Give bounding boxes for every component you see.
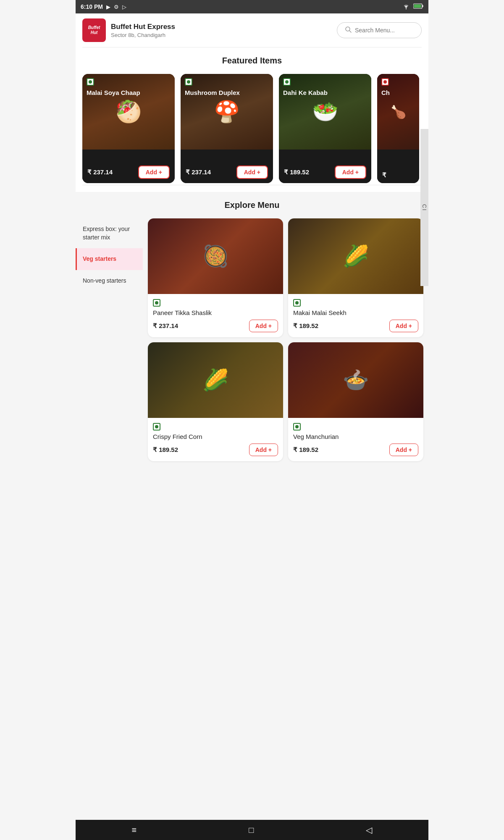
makai-malai-seekh-footer: ₹ 189.52 Add + — [293, 320, 418, 332]
back-nav-icon[interactable]: ◁ — [366, 825, 372, 835]
app-header: BuffetHut Buffet Hut Express Sector 8b, … — [76, 13, 428, 47]
battery-icon — [413, 3, 423, 10]
menu-card-paneer-tikka-shaslik: 🥘 Paneer Tikka Shaslik ₹ 237.14 Add + — [148, 218, 283, 337]
makai-malai-seekh-image: 🌽 — [288, 218, 423, 294]
bottom-divider — [82, 185, 422, 185]
mushroom-duplex-add-button[interactable]: Add + — [236, 165, 268, 179]
svg-rect-2 — [423, 5, 423, 7]
nonveg-badge-ch — [381, 78, 389, 86]
crispy-fried-corn-image: 🌽 — [148, 342, 283, 418]
makai-veg-row — [293, 299, 418, 307]
featured-section: Featured Items 🥙 Malai Soya Chaap ₹ 237.… — [76, 47, 428, 192]
makai-malai-seekh-body: Makai Malai Seekh ₹ 189.52 Add + — [288, 294, 423, 337]
mushroom-duplex-footer: ₹ 237.14 Add + — [181, 161, 273, 183]
sidebar-item-non-veg-starters[interactable]: Non-veg starters — [76, 270, 143, 292]
veg-manchurian-footer: ₹ 189.52 Add + — [293, 444, 418, 456]
featured-scroll: 🥙 Malai Soya Chaap ₹ 237.14 Add + 🍄 Mush… — [76, 71, 428, 185]
crispy-fried-corn-name: Crispy Fried Corn — [153, 433, 278, 440]
makai-malai-seekh-name: Makai Malai Seekh — [293, 309, 418, 316]
paneer-tikka-shaslik-image: 🥘 — [148, 218, 283, 294]
paneer-veg-row — [153, 299, 278, 307]
veg-manchurian-image: 🍲 — [288, 342, 423, 418]
settings-icon: ⚙ — [114, 4, 119, 10]
malai-soya-chaap-footer: ₹ 237.14 Add + — [82, 161, 175, 183]
ch-price: ₹ — [382, 171, 386, 179]
crispy-veg-row — [153, 423, 278, 430]
featured-card-ch: 🍗 Ch ₹ — [377, 74, 419, 183]
explore-layout: Express box: your starter mix Veg starte… — [76, 215, 428, 465]
play-icon: ▶ — [106, 4, 110, 10]
veg-manche-veg-row — [293, 423, 418, 430]
makai-malai-seekh-add-button[interactable]: Add + — [389, 320, 418, 332]
crispy-fried-corn-add-button[interactable]: Add + — [249, 444, 278, 456]
sidebar-item-veg-starters[interactable]: Veg starters — [76, 248, 143, 270]
crispy-fried-corn-footer: ₹ 189.52 Add + — [153, 444, 278, 456]
sidebar-item-express-box[interactable]: Express box: your starter mix — [76, 218, 143, 248]
restaurant-info: Buffet Hut Express Sector 8b, Chandigarh — [111, 23, 332, 38]
crispy-fried-corn-price: ₹ 189.52 — [153, 446, 178, 454]
paneer-tikka-shaslik-footer: ₹ 237.14 Add + — [153, 320, 278, 332]
mushroom-duplex-price: ₹ 237.14 — [186, 168, 211, 176]
dahi-ke-kabab-add-button[interactable]: Add + — [335, 165, 366, 179]
dahi-ke-kabab-title: Dahi Ke Kabab — [283, 89, 367, 96]
svg-line-5 — [349, 31, 351, 32]
menu-sidebar: Express box: your starter mix Veg starte… — [76, 215, 143, 465]
home-nav-icon[interactable]: □ — [249, 825, 254, 835]
restaurant-name: Buffet Hut Express — [111, 23, 332, 31]
status-time: 6:10 PM — [81, 3, 103, 10]
svg-point-0 — [406, 8, 407, 9]
paneer-tikka-shaslik-name: Paneer Tikka Shaslik — [153, 309, 278, 316]
featured-title: Featured Items — [76, 47, 428, 71]
wifi-icon — [402, 3, 410, 10]
malai-soya-chaap-title: Malai Soya Chaap — [87, 89, 171, 96]
search-bar[interactable] — [337, 22, 422, 38]
mushroom-duplex-title: Mushroom Duplex — [185, 89, 269, 96]
restaurant-location: Sector 8b, Chandigarh — [111, 32, 332, 38]
paneer-veg-badge — [153, 299, 160, 307]
crispy-veg-badge — [153, 423, 160, 430]
restaurant-logo: BuffetHut — [82, 18, 106, 42]
menu-card-veg-manchurian: 🍲 Veg Manchurian ₹ 189.52 Add + — [288, 342, 423, 461]
veg-badge-mushroom — [185, 78, 192, 86]
veg-badge-malai — [87, 78, 94, 86]
dahi-ke-kabab-price: ₹ 189.52 — [284, 168, 309, 176]
ch-footer: ₹ — [377, 167, 419, 183]
menu-card-makai-malai-seekh: 🌽 Makai Malai Seekh ₹ 189.52 Add + — [288, 218, 423, 337]
featured-card-malai-soya-chaap: 🥙 Malai Soya Chaap ₹ 237.14 Add + — [82, 74, 175, 183]
veg-manchurian-price: ₹ 189.52 — [293, 446, 318, 454]
malai-soya-chaap-add-button[interactable]: Add + — [138, 165, 170, 179]
menu-nav-icon[interactable]: ≡ — [132, 825, 137, 835]
veg-manchurian-add-button[interactable]: Add + — [389, 444, 418, 456]
search-icon — [345, 26, 352, 34]
svg-rect-3 — [414, 5, 421, 8]
crispy-fried-corn-body: Crispy Fried Corn ₹ 189.52 Add + — [148, 418, 283, 461]
makai-veg-badge — [293, 299, 301, 307]
paneer-tikka-shaslik-add-button[interactable]: Add + — [249, 320, 278, 332]
malai-soya-chaap-price: ₹ 237.14 — [87, 168, 113, 176]
featured-card-dahi-ke-kabab: 🥗 Dahi Ke Kabab ₹ 189.52 Add + — [279, 74, 371, 183]
search-input[interactable] — [355, 27, 414, 34]
bottom-nav: ≡ □ ◁ — [76, 820, 428, 840]
explore-section: Explore Menu Express box: your starter m… — [76, 192, 428, 473]
menu-card-crispy-fried-corn: 🌽 Crispy Fried Corn ₹ 189.52 Add + — [148, 342, 283, 461]
malai-soya-chaap-image: 🥙 — [82, 74, 175, 150]
cast-icon: ▷ — [122, 4, 126, 10]
dahi-ke-kabab-footer: ₹ 189.52 Add + — [279, 161, 371, 183]
ci-label: CI — [420, 129, 428, 286]
makai-malai-seekh-price: ₹ 189.52 — [293, 322, 318, 330]
paneer-tikka-shaslik-body: Paneer Tikka Shaslik ₹ 237.14 Add + — [148, 294, 283, 337]
mushroom-duplex-image: 🍄 — [181, 74, 273, 150]
status-bar: 6:10 PM ▶ ⚙ ▷ — [76, 0, 428, 13]
explore-title: Explore Menu — [76, 192, 428, 215]
ch-title: Ch — [381, 89, 415, 96]
featured-card-mushroom-duplex: 🍄 Mushroom Duplex ₹ 237.14 Add + — [181, 74, 273, 183]
veg-badge-dahi — [283, 78, 291, 86]
veg-manchurian-body: Veg Manchurian ₹ 189.52 Add + — [288, 418, 423, 461]
dahi-ke-kabab-image: 🥗 — [279, 74, 371, 150]
veg-manchurian-name: Veg Manchurian — [293, 433, 418, 440]
menu-grid: 🥘 Paneer Tikka Shaslik ₹ 237.14 Add + — [143, 215, 428, 465]
veg-manche-veg-badge — [293, 423, 301, 430]
paneer-tikka-shaslik-price: ₹ 237.14 — [153, 322, 178, 330]
